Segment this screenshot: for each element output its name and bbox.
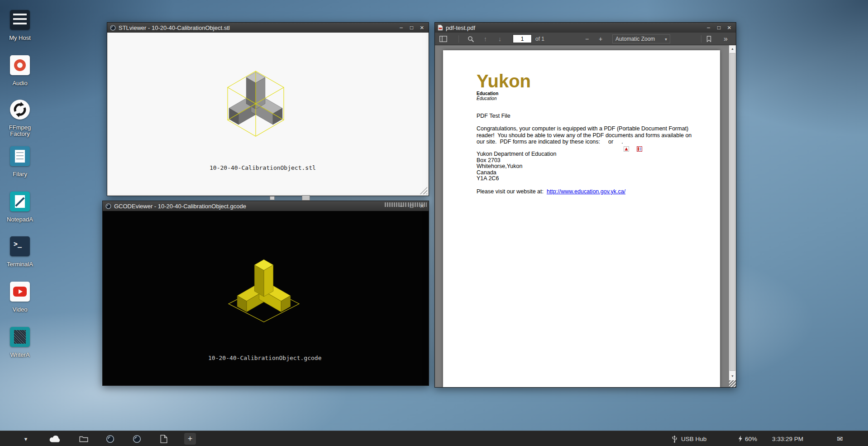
pdf-page: Yukon Education Éducation PDF Test File … [443, 50, 720, 387]
zoom-out-icon[interactable]: − [585, 33, 589, 45]
resize-grip[interactable] [420, 187, 427, 194]
desktop-background: My Host Audio FFmpeg Factory Filary Note… [0, 0, 868, 446]
window-title: STLviewer - 10-20-40-CalibrationObject.s… [119, 24, 395, 31]
maximize-icon[interactable]: □ [408, 23, 415, 32]
bookmark-icon[interactable] [706, 33, 711, 45]
paragraph-text: or [608, 139, 613, 145]
notepad-pencil-icon [10, 192, 30, 211]
my-host-icon [10, 10, 30, 30]
document-icon [10, 146, 30, 166]
close-icon[interactable]: × [725, 23, 733, 32]
desktop-icon-notepada[interactable]: NotepadA [4, 192, 36, 223]
envelope-icon[interactable]: ✉ [835, 431, 844, 446]
writer-document-icon [10, 327, 30, 347]
window-title: pdf-test.pdf [446, 24, 702, 31]
stlviewer-taskbar-icon[interactable] [105, 431, 114, 446]
cloud-icon[interactable] [48, 431, 63, 446]
page-number-input[interactable] [513, 34, 532, 43]
pdf-toolbar: ↑ ↓ of 1 − + Automatic Zoom ▾ » [435, 33, 736, 45]
website-line: Please visit our website at: http://www.… [477, 188, 625, 195]
pdf-titlebar[interactable]: pdf-test.pdf – □ × [435, 23, 736, 33]
yukon-logo: Yukon Education Éducation [477, 72, 531, 101]
minimize-icon[interactable]: – [397, 23, 405, 32]
power-bolt-icon[interactable] [737, 431, 743, 446]
taskbar: ▾ + USB Hub 60% 3:33:29 PM ✉ [0, 431, 868, 446]
scroll-down-icon[interactable]: ▼ [729, 373, 736, 380]
resize-grip[interactable] [729, 380, 736, 387]
pdf-app-icon [438, 24, 443, 31]
zoom-in-icon[interactable]: + [599, 33, 602, 45]
address-line: Canada [477, 170, 557, 176]
address-line: Yukon Department of Education [477, 151, 557, 158]
document-heading: PDF Test File [477, 113, 510, 119]
occluded-window-fragment [302, 195, 310, 201]
previous-page-icon[interactable]: ↑ [484, 33, 487, 45]
pdf-document-taskbar-icon[interactable] [159, 431, 168, 446]
maximize-icon[interactable]: □ [715, 23, 723, 32]
acrobat-pdf-icon [601, 139, 607, 145]
paragraph-line: Congratulations, your computer is equipp… [477, 125, 692, 132]
chevron-down-icon[interactable]: ▾ [21, 431, 31, 446]
desktop-icon-label: My Host [4, 35, 36, 41]
desktop-icon-terminala[interactable]: >_ TerminalA [4, 236, 36, 268]
desktop-icon-label: WriterA [4, 352, 36, 358]
desktop-icon-label: Filary [4, 171, 36, 177]
add-button[interactable]: + [184, 433, 196, 445]
stlviewer-window: STLviewer - 10-20-40-CalibrationObject.s… [107, 22, 429, 196]
sidebar-toggle-icon[interactable] [439, 33, 447, 45]
pdf-viewer-window: pdf-test.pdf – □ × ↑ ↓ of 1 − + Automati… [434, 22, 736, 388]
occluded-text-fragment [408, 202, 427, 207]
gcodeviewer-titlebar[interactable]: GCODEviewer - 10-20-40-CalibrationObject… [103, 201, 429, 211]
zoom-select[interactable]: Automatic Zoom ▾ [612, 34, 670, 43]
stl-viewport: 10-20-40-CalibrationObject.stl ../../Des… [107, 33, 429, 196]
desktop-icon-label: Video [4, 307, 36, 313]
desktop-icon-filary[interactable]: Filary [4, 146, 36, 177]
desktop-icon-writera[interactable]: WriterA [4, 327, 36, 358]
minimize-icon[interactable]: – [705, 23, 712, 32]
paragraph-text: our site. PDF forms are indicated by the… [477, 139, 600, 145]
paragraph-text: . [621, 139, 623, 145]
yukon-logo-education: Education [477, 91, 531, 96]
stl-file-info: 10-20-40-CalibrationObject.stl ../../Des… [210, 152, 415, 196]
occluded-text-fragment [385, 202, 406, 207]
gcode-file-info: 10-20-40-CalibrationObject.gcode ../../D… [208, 341, 421, 385]
battery-percent-label: 60% [745, 431, 757, 446]
scrollbar-thumb[interactable] [730, 53, 735, 371]
desktop-icon-my-host[interactable]: My Host [4, 10, 36, 41]
yukon-logo-education-fr: Éducation [477, 96, 531, 101]
occluded-window-fragment [270, 196, 275, 200]
pdf-scrollbar[interactable]: ▲ ▼ [729, 45, 736, 387]
website-label: Please visit our website at: [477, 188, 547, 195]
usb-icon[interactable] [671, 431, 678, 446]
scroll-up-icon[interactable]: ▲ [729, 45, 736, 53]
search-icon[interactable] [467, 33, 474, 45]
stlviewer-titlebar[interactable]: STLviewer - 10-20-40-CalibrationObject.s… [107, 23, 429, 33]
toolbar-overflow-icon[interactable]: » [724, 33, 728, 45]
document-paragraph: Congratulations, your computer is equipp… [477, 125, 692, 145]
desktop-icon-ffmpeg-factory[interactable]: FFmpeg Factory [4, 100, 36, 137]
desktop-icon-audio[interactable]: Audio [4, 55, 36, 86]
stlviewer-app-icon [110, 25, 116, 31]
bounding-box-wireframe [228, 71, 284, 136]
folder-icon[interactable] [79, 431, 89, 446]
gcode-filename: 10-20-40-CalibrationObject.gcode [208, 355, 421, 361]
close-icon[interactable]: × [418, 23, 426, 32]
recycle-arrows-icon [10, 100, 30, 120]
chevron-down-icon: ▾ [665, 37, 667, 42]
desktop-icon-label: NotepadA [4, 216, 36, 223]
desktop-icon-label: Audio [4, 80, 36, 86]
desktop-icon-label: FFmpeg Factory [4, 125, 36, 137]
address-line: Whitehorse,Yukon [477, 163, 557, 170]
desktop-icon-label: TerminalA [4, 261, 36, 268]
desktop-icon-video[interactable]: Video [4, 282, 36, 313]
next-page-icon[interactable]: ↓ [498, 33, 501, 45]
website-link[interactable]: http://www.education.gov.yk.ca/ [547, 188, 625, 195]
terminal-icon: >_ [10, 236, 30, 256]
page-count-label: of 1 [535, 33, 544, 45]
paragraph-line: our site. PDF forms are indicated by the… [477, 139, 692, 145]
gcodeviewer-window: GCODEviewer - 10-20-40-CalibrationObject… [102, 201, 429, 386]
pdf-content-area: Yukon Education Éducation PDF Test File … [435, 45, 736, 387]
gcodeviewer-taskbar-icon[interactable] [132, 431, 141, 446]
toolbar-separator [458, 35, 459, 43]
toolbar-separator [701, 35, 701, 43]
